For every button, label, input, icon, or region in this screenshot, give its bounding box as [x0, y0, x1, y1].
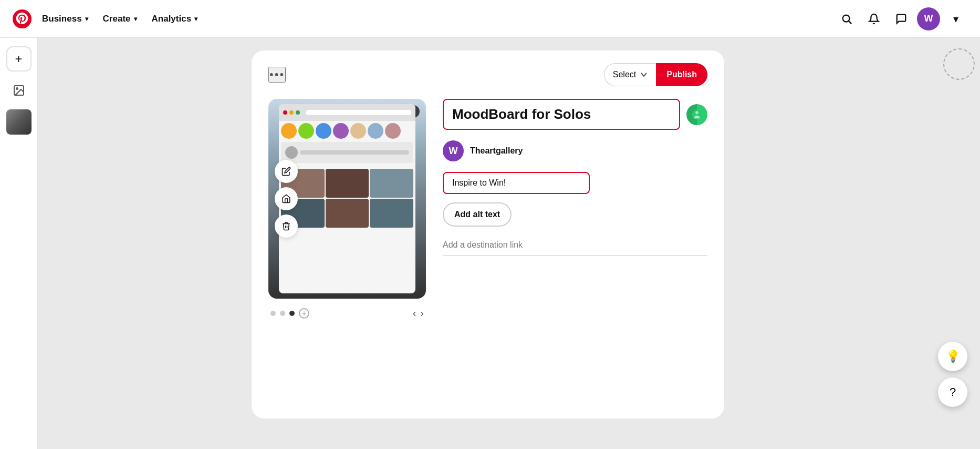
editor-body: 3/3 [268, 99, 707, 319]
delete-button[interactable] [275, 215, 298, 238]
story-item [350, 123, 366, 139]
pencil-icon [282, 167, 291, 176]
add-content-button[interactable]: + [6, 46, 32, 72]
publish-button[interactable]: Publish [656, 63, 707, 86]
analytics-chevron-icon: ▾ [194, 15, 197, 23]
thumbnail-preview[interactable] [6, 109, 32, 135]
trash-icon [282, 221, 291, 231]
board-graphic [691, 109, 703, 120]
pin-title-input[interactable] [443, 99, 680, 130]
editor-top-bar: ••• Select Publish [268, 63, 707, 86]
alt-text-label: Add alt text [454, 210, 500, 219]
expand-chevron-icon: ▾ [953, 13, 958, 25]
story-item [368, 123, 383, 139]
thumbnail-image [6, 109, 32, 135]
pagination-dots: + [270, 308, 309, 319]
svg-point-6 [695, 111, 698, 114]
logo-area [13, 9, 32, 28]
board-icon [686, 104, 707, 125]
more-options-button[interactable]: ••• [268, 67, 286, 83]
user-avatar-button[interactable]: W [917, 7, 940, 30]
account-initial: W [449, 146, 458, 157]
help-button[interactable]: ? [938, 377, 967, 407]
pagination-dot-2[interactable] [280, 311, 285, 316]
description-container [443, 172, 707, 194]
create-chevron-icon: ▾ [134, 15, 137, 23]
avatar-initial: W [924, 13, 933, 24]
story-item [281, 123, 297, 139]
select-dropdown[interactable]: Select [604, 63, 656, 86]
notifications-button[interactable] [862, 7, 885, 30]
prev-slide-button[interactable]: ‹ [413, 307, 416, 319]
nav-items: Business ▾ Create ▾ Analytics ▾ [36, 9, 204, 28]
pagination-bar: + ‹ › [268, 307, 426, 319]
fab-container: 💡 ? [938, 342, 967, 407]
business-chevron-icon: ▾ [85, 15, 88, 23]
lightbulb-icon: 💡 [946, 350, 960, 363]
account-name: Theartgallery [470, 146, 523, 156]
left-sidebar: + [0, 38, 38, 449]
story-item [333, 123, 349, 139]
alt-text-button[interactable]: Add alt text [443, 202, 512, 227]
editor-actions: Select Publish [604, 63, 707, 86]
story-row [281, 123, 413, 139]
expand-button[interactable]: ▾ [944, 7, 967, 30]
create-label: Create [103, 14, 131, 24]
image-icon [13, 84, 25, 97]
face-grid [281, 169, 413, 228]
svg-point-1 [843, 15, 850, 22]
svg-point-4 [16, 88, 18, 89]
slide-navigation: ‹ › [413, 307, 424, 319]
search-icon [841, 13, 852, 25]
svg-line-2 [849, 21, 851, 24]
face-item [326, 169, 369, 198]
dashed-circle [943, 48, 975, 80]
phone-mock-top [279, 104, 415, 121]
phone-mock-body [279, 121, 415, 230]
pin-description-input[interactable] [443, 172, 590, 194]
phone-mockup [279, 104, 415, 293]
nav-right-actions: W ▾ [835, 7, 967, 30]
story-item [298, 123, 314, 139]
image-panel: 3/3 [268, 99, 426, 319]
download-icon [282, 194, 291, 203]
download-button[interactable] [275, 187, 298, 210]
image-action-buttons [275, 160, 298, 238]
pagination-dot-1[interactable] [270, 311, 276, 316]
top-navigation: Business ▾ Create ▾ Analytics ▾ [0, 0, 980, 38]
create-nav-item[interactable]: Create ▾ [97, 9, 143, 28]
edit-pencil-button[interactable] [275, 160, 298, 183]
story-item [385, 123, 401, 139]
lightbulb-button[interactable]: 💡 [938, 342, 967, 371]
question-icon: ? [950, 385, 956, 399]
title-row [443, 99, 707, 130]
story-item [316, 123, 331, 139]
business-label: Business [42, 14, 82, 24]
main-content: ••• Select Publish 3/3 [38, 38, 938, 449]
next-slide-button[interactable]: › [420, 307, 424, 319]
editor-card: ••• Select Publish 3/3 [252, 50, 724, 419]
account-row: W Theartgallery [443, 138, 707, 164]
add-slide-button[interactable]: + [299, 308, 309, 319]
select-label: Select [613, 70, 636, 79]
analytics-label: Analytics [152, 14, 192, 24]
image-container: 3/3 [268, 99, 426, 299]
business-nav-item[interactable]: Business ▾ [36, 9, 95, 28]
destination-link-input[interactable] [443, 235, 707, 256]
pagination-dot-3[interactable] [289, 311, 295, 316]
analytics-nav-item[interactable]: Analytics ▾ [145, 9, 204, 28]
add-icon: + [15, 52, 22, 66]
page-layout: + ••• Select [0, 0, 980, 449]
search-button[interactable] [835, 7, 858, 30]
account-avatar: W [443, 140, 464, 161]
face-item [326, 199, 369, 228]
messages-button[interactable] [890, 7, 913, 30]
image-gallery-button[interactable] [6, 78, 32, 103]
face-item [370, 199, 413, 228]
pinterest-logo-icon [13, 9, 32, 28]
select-chevron-icon [640, 71, 648, 78]
bell-icon [868, 13, 880, 25]
chat-icon [895, 13, 907, 25]
pin-details-panel: W Theartgallery Add alt text [443, 99, 707, 256]
face-item [370, 169, 413, 198]
